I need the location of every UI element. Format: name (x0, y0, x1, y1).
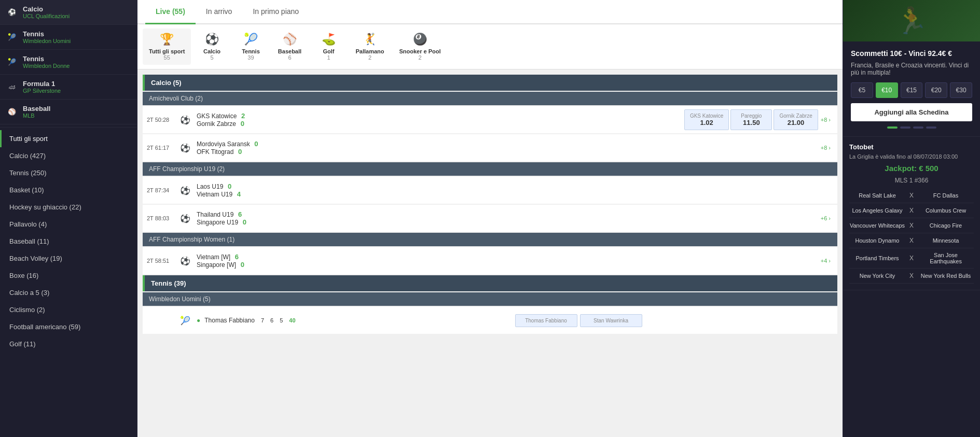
tennis-odd-2[interactable]: Stan Wawrinka (580, 314, 642, 327)
sport-sub-4: MLB (23, 112, 50, 119)
calcio-subheader-2: AFF Championship Women (1) (143, 233, 837, 246)
sidebar-nav-item-10[interactable]: Ciclismo (2) (0, 301, 137, 318)
player-silhouette: 🏃 (895, 6, 928, 36)
sport-icon-count-4: 1 (327, 54, 330, 61)
sidebar-nav-item-12[interactable]: Golf (11) (0, 335, 137, 353)
sport-icon-btn-1[interactable]: ⚽ Calcio 5 (194, 29, 230, 65)
odd-btn-0-0-0[interactable]: GKS Katowice 1.02 (684, 109, 729, 130)
team1-0-0: GKS Katowice 2 (197, 112, 684, 120)
sport-icon-count-2: 39 (247, 54, 254, 61)
totobet-section: Totobet La Griglia è valida fino al 08/0… (843, 137, 980, 290)
sport-icon-count-0: 55 (164, 54, 170, 61)
sidebar-sport-2[interactable]: 🎾 Tennis Wimbledon Donne (0, 50, 137, 75)
tennis-section: Tennis (39) Wimbledon Uomini (5) 🎾 ● Tho… (143, 275, 837, 334)
add-schedule-button[interactable]: Aggiungi alla Schedina (851, 103, 972, 121)
sport-name-1: Tennis (23, 30, 71, 38)
calcio-match-1-0: 2T 87:34 ⚽ Laos U19 0 Vietnam U19 4 (143, 177, 837, 204)
sidebar-nav-item-1[interactable]: Calcio (427) (0, 147, 137, 164)
sidebar-nav-item-3[interactable]: Basket (10) (0, 181, 137, 199)
sport-icon-btn-5[interactable]: 🤾 Pallamano 2 (349, 29, 390, 65)
mls-team2-3: Minnesota (918, 237, 974, 244)
match-teams-0-0: GKS Katowice 2 Gornik Zabrze 0 (197, 112, 684, 128)
tennis-set-1: 6 (268, 317, 275, 324)
right-panel: 🏃 Scommetti 10€ - Vinci 92.4€ € Francia,… (843, 0, 980, 437)
sidebar-sport-1[interactable]: 🎾 Tennis Wimbledon Uomini (0, 25, 137, 50)
sidebar-nav-item-8[interactable]: Boxe (16) (0, 267, 137, 284)
match-icon-1-0: ⚽ (178, 183, 192, 198)
tab-0[interactable]: Live (55) (145, 0, 196, 24)
bet-section: Scommetti 10€ - Vinci 92.4€ € Francia, B… (843, 41, 980, 137)
sport-name-3: Formula 1 (23, 80, 61, 88)
sport-icon-btn-3[interactable]: ⚾ Baseball 6 (271, 29, 308, 65)
sports-icons-container: 🏆 Tutti gli sport 55 ⚽ Calcio 5 🎾 Tennis… (143, 29, 447, 65)
sidebar-nav-item-7[interactable]: Beach Volley (19) (0, 250, 137, 267)
bet-amounts: €5€10€15€20€30 (851, 82, 972, 98)
sport-icon-name-1: Calcio (203, 48, 220, 54)
bet-title: Scommetti 10€ - Vinci 92.4€ € (851, 49, 972, 58)
sidebar-nav-item-11[interactable]: Football americano (59) (0, 318, 137, 335)
calcio-section: Calcio (5) Amichevoli Club (2) 2T 50:28 … (143, 75, 837, 274)
sidebar-sport-0[interactable]: ⚽ Calcio UCL Qualificazioni (0, 0, 137, 25)
sport-info-4: Baseball MLB (23, 105, 50, 119)
sport-icon-btn-6[interactable]: 🎱 Snooker e Pool 2 (393, 29, 447, 65)
sport-icon-img-4: ⛳ (322, 33, 336, 46)
sport-icon-btn-0[interactable]: 🏆 Tutti gli sport 55 (143, 29, 191, 65)
mls-team2-0: FC Dallas (918, 192, 974, 199)
mls-x-2: X (905, 222, 918, 229)
sport-icon-btn-4[interactable]: ⛳ Golf 1 (310, 29, 347, 65)
totobet-title: Totobet (849, 143, 974, 151)
odd-label-0-0-2: Gornik Zabrze (779, 113, 812, 119)
match-icon-0-0: ⚽ (178, 112, 192, 127)
odd-btn-0-0-2[interactable]: Gornik Zabrze 21.00 (774, 109, 818, 130)
bet-amount-1[interactable]: €10 (876, 82, 898, 98)
match-teams-2-0: Vietnam [W] 6 Singapore [W] 0 (197, 253, 507, 269)
sidebar-nav-item-0[interactable]: Tutti gli sport (0, 130, 137, 147)
sidebar-sport-3[interactable]: 🏎 Formula 1 GP Silverstone (0, 75, 137, 100)
more-odds-1-1[interactable]: +6 › (818, 215, 833, 221)
tab-2[interactable]: In primo piano (242, 0, 309, 24)
sidebar-nav-item-9[interactable]: Calcio a 5 (3) (0, 284, 137, 301)
bet-amount-0[interactable]: €5 (851, 82, 873, 98)
sport-icon-img-6: 🎱 (413, 33, 427, 46)
more-odds-0-0[interactable]: +8 › (818, 117, 833, 123)
sports-icons-bar: 🏆 Tutti gli sport 55 ⚽ Calcio 5 🎾 Tennis… (137, 24, 843, 69)
team2-2-0: Singapore [W] 0 (197, 261, 507, 269)
sidebar-nav-item-6[interactable]: Baseball (11) (0, 233, 137, 250)
sidebar-nav-item-2[interactable]: Tennis (250) (0, 164, 137, 181)
odd-label-0-0-0: GKS Katowice (690, 113, 723, 119)
tabs-container: Live (55)In arrivoIn primo piano (145, 0, 309, 23)
tennis-set-3: 40 (287, 317, 297, 324)
bet-amount-2[interactable]: €15 (901, 82, 923, 98)
sport-icon-btn-2[interactable]: 🎾 Tennis 39 (232, 29, 269, 65)
match-time-0-0: 2T 50:28 (147, 117, 178, 123)
sport-icon-2: 🎾 (6, 57, 18, 68)
sidebar-nav-item-5[interactable]: Pallavolo (4) (0, 216, 137, 233)
tennis-odd-1[interactable]: Thomas Fabbiano (515, 314, 577, 327)
team1-0-1: Mordoviya Saransk 0 (197, 140, 507, 148)
odd-btn-0-0-1[interactable]: Pareggio 11.50 (730, 109, 772, 130)
sidebar-sport-4[interactable]: ⚾ Baseball MLB (0, 100, 137, 124)
sport-sub-3: GP Silverstone (23, 88, 61, 94)
more-odds-2-0[interactable]: +4 › (818, 258, 833, 264)
sport-name-4: Baseball (23, 105, 50, 112)
mls-x-1: X (905, 207, 918, 214)
tab-1[interactable]: In arrivo (196, 0, 243, 24)
calcio-match-0-1: 2T 61:17 ⚽ Mordoviya Saransk 0 OFK Titog… (143, 134, 837, 161)
match-time-2-0: 2T 58:51 (147, 258, 178, 264)
mls-row-1: Los Angeles Galaxy X Columbus Crew (849, 203, 974, 218)
mls-x-5: X (905, 272, 918, 279)
sidebar-nav-item-4[interactable]: Hockey su ghiaccio (22) (0, 199, 137, 216)
team1-1-1: Thailand U19 6 (197, 210, 507, 218)
progress-dots (851, 126, 972, 129)
mls-team2-4: San Jose Earthquakes (918, 252, 974, 264)
team1-1-0: Laos U19 0 (197, 182, 515, 190)
hero-area: 🏃 (843, 0, 980, 41)
bet-amount-3[interactable]: €20 (925, 82, 947, 98)
sport-info-3: Formula 1 GP Silverstone (23, 80, 61, 94)
sport-icon-count-6: 2 (418, 54, 421, 61)
events-area[interactable]: Calcio (5) Amichevoli Club (2) 2T 50:28 … (137, 69, 843, 437)
tennis-header: Tennis (39) (143, 275, 837, 291)
dot-4 (926, 126, 936, 129)
bet-amount-4[interactable]: €30 (950, 82, 972, 98)
more-odds-0-1[interactable]: +8 › (818, 145, 833, 151)
